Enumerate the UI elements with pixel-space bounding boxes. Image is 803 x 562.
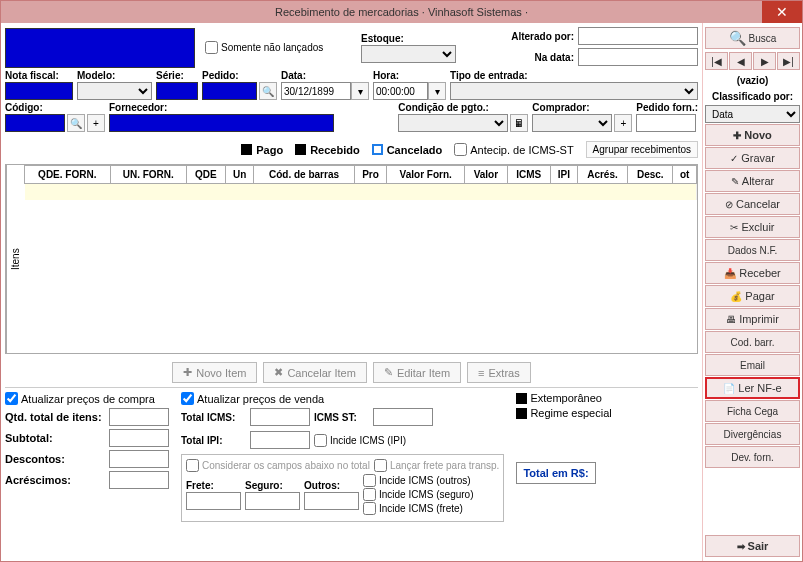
cancelar-button[interactable]: ⊘ Cancelar [705,193,800,215]
comprador-select[interactable] [532,114,612,132]
pedforn-input[interactable] [636,114,696,132]
nav-last-button[interactable]: ▶| [777,52,800,70]
tipo-select[interactable] [450,82,698,100]
nadata-label: Na data: [494,52,574,63]
descontos-label: Descontos: [5,453,105,465]
hora-input[interactable] [373,82,428,100]
sair-button[interactable]: ➡ Sair [705,535,800,557]
column-header[interactable]: UN. FORN. [110,166,186,184]
close-button[interactable]: ✕ [762,1,802,23]
calc-icon[interactable]: 🖩 [510,114,528,132]
incideipi-checkbox[interactable] [314,434,327,447]
column-header[interactable]: Valor Forn. [387,166,465,184]
extras-button[interactable]: ≡ Extras [467,362,531,383]
lancarfrete-checkbox[interactable] [374,459,387,472]
column-header[interactable]: Un [225,166,253,184]
cond-select[interactable] [398,114,508,132]
column-header[interactable]: ot [673,166,697,184]
grid[interactable]: QDE. FORN.UN. FORN.QDEUnCód. de barrasPr… [24,165,697,353]
novo-button[interactable]: ✚ Novo [705,124,800,146]
receber-button[interactable]: 📥 Receber [705,262,800,284]
frete-input[interactable] [186,492,241,510]
lernfe-button[interactable]: 📄 Ler NF-e [705,377,800,399]
estoque-select[interactable] [361,45,456,63]
nadata-input[interactable] [578,48,698,66]
icmsst-input[interactable] [373,408,433,426]
modelo-label: Modelo: [77,70,152,81]
icmsst-label: ICMS ST: [314,412,369,423]
classif-select[interactable]: Data [705,105,800,123]
serie-label: Série: [156,70,198,81]
qtd-label: Qtd. total de itens: [5,411,105,423]
atualcompra-checkbox[interactable] [5,392,18,405]
considerar-checkbox[interactable] [186,459,199,472]
codigo-search-icon[interactable]: 🔍 [67,114,85,132]
column-header[interactable]: IPI [550,166,577,184]
dadosnf-button[interactable]: Dados N.F. [705,239,800,261]
forn-input[interactable] [109,114,334,132]
incidefrete-checkbox[interactable] [363,502,376,515]
status-cancelado: Cancelado [372,144,443,156]
extemp-label: Extemporâneo [530,392,602,404]
table-row[interactable] [25,184,697,200]
alterado-input[interactable] [578,27,698,45]
nav-first-button[interactable]: |◀ [705,52,728,70]
data-spinner-icon[interactable]: ▾ [351,82,369,100]
somente-checkbox[interactable] [205,41,218,54]
seguro-input[interactable] [245,492,300,510]
status-pago: Pago [241,144,283,156]
qtd-input[interactable] [109,408,169,426]
forn-label: Fornecedor: [109,102,394,113]
antecip-checkbox[interactable] [454,143,467,156]
imprimir-button[interactable]: 🖶 Imprimir [705,308,800,330]
data-input[interactable] [281,82,351,100]
diverg-button[interactable]: Divergências [705,423,800,445]
totalipi-label: Total IPI: [181,435,246,446]
acrescimos-input[interactable] [109,471,169,489]
itens-tab[interactable]: Itens [6,165,24,353]
nf-input[interactable] [5,82,73,100]
pedido-search-icon[interactable]: 🔍 [259,82,277,100]
pedido-input[interactable] [202,82,257,100]
antecip-label: Antecip. de ICMS-ST [470,144,573,156]
pagar-button[interactable]: 💰 Pagar [705,285,800,307]
totalicms-input[interactable] [250,408,310,426]
outros-label: Outros: [304,480,359,491]
totalipi-input[interactable] [250,431,310,449]
column-header[interactable]: ICMS [507,166,550,184]
descontos-input[interactable] [109,450,169,468]
cancelar-item-button[interactable]: ✖ Cancelar Item [263,362,366,383]
busca-button[interactable]: 🔍Busca [705,27,800,49]
hora-spinner-icon[interactable]: ▾ [428,82,446,100]
column-header[interactable]: Desc. [628,166,673,184]
modelo-select[interactable] [77,82,152,100]
fichacega-button[interactable]: Ficha Cega [705,400,800,422]
subtotal-input[interactable] [109,429,169,447]
serie-input[interactable] [156,82,198,100]
excluir-button[interactable]: ✂ Excluir [705,216,800,238]
codigo-add-icon[interactable]: + [87,114,105,132]
incideseguro-checkbox[interactable] [363,488,376,501]
column-header[interactable]: QDE [186,166,225,184]
codigo-input[interactable] [5,114,65,132]
nav-prev-button[interactable]: ◀ [729,52,752,70]
codbarr-button[interactable]: Cod. barr. [705,331,800,353]
nav-next-button[interactable]: ▶ [753,52,776,70]
devforn-button[interactable]: Dev. forn. [705,446,800,468]
column-header[interactable]: Cód. de barras [254,166,354,184]
gravar-button[interactable]: ✓ Gravar [705,147,800,169]
email-button[interactable]: Email [705,354,800,376]
agrupar-button[interactable]: Agrupar recebimentos [586,141,698,158]
alterar-button[interactable]: ✎ Alterar [705,170,800,192]
incideoutros-checkbox[interactable] [363,474,376,487]
column-header[interactable]: QDE. FORN. [25,166,111,184]
atualvenda-checkbox[interactable] [181,392,194,405]
column-header[interactable]: Valor [465,166,508,184]
outros-input[interactable] [304,492,359,510]
column-header[interactable]: Acrés. [577,166,627,184]
editar-item-button[interactable]: ✎ Editar Item [373,362,461,383]
comprador-add-icon[interactable]: + [614,114,632,132]
column-header[interactable]: Pro [354,166,387,184]
novo-item-button[interactable]: ✚ Novo Item [172,362,257,383]
subtotal-label: Subtotal: [5,432,105,444]
